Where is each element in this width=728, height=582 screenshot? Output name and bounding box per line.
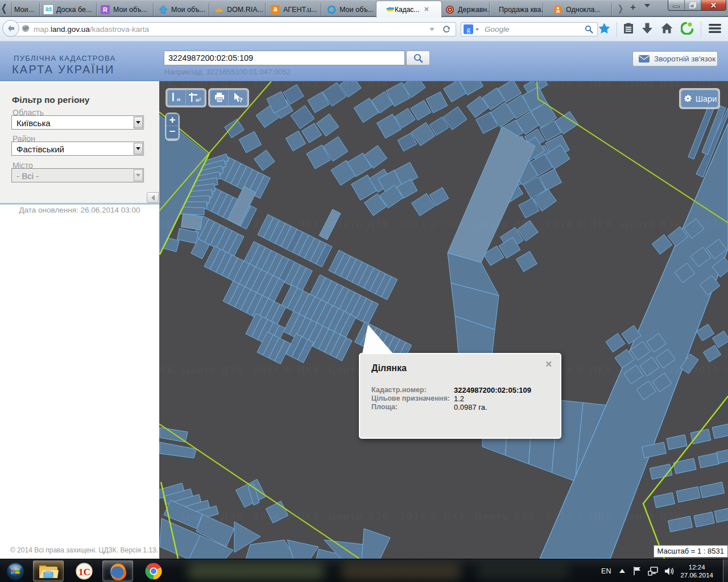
svg-text:2014 © ПКК. Центр ДЗК: 2014 © ПКК. Центр ДЗК [254, 511, 390, 522]
svg-text:2014 © ПКК. Центр ДЗК: 2014 © ПКК. Центр ДЗК [692, 365, 728, 376]
svg-text:2014 © ПКК. Центр ДЗК: 2014 © ПКК. Центр ДЗК [159, 511, 243, 522]
svg-text:2014 © ПКК. Центр ДЗК: 2014 © ПКК. Центр ДЗК [254, 219, 390, 230]
svg-text:?: ? [239, 97, 243, 103]
svg-text:2014 © ПКК. Центр ДЗК: 2014 © ПКК. Центр ДЗК [546, 81, 682, 89]
svg-text:2014 © ПКК. Центр ДЗК: 2014 © ПКК. Центр ДЗК [546, 365, 682, 376]
svg-text:2014 © ПКК. Центр ДЗК: 2014 © ПКК. Центр ДЗК [546, 219, 682, 230]
svg-text:м²: м² [196, 97, 201, 103]
svg-text:1С: 1С [78, 567, 90, 577]
svg-text:м: м [177, 97, 180, 102]
svg-text:2014 © ПКК. Центр ДЗК: 2014 © ПКК. Центр ДЗК [400, 81, 536, 89]
svg-text:2014 © ПКК. Центр ДЗК: 2014 © ПКК. Центр ДЗК [159, 219, 243, 230]
svg-text:2014 © ПКК. Центр ДЗК: 2014 © ПКК. Центр ДЗК [159, 365, 243, 376]
svg-text:2014 © ПКК. Центр ДЗК: 2014 © ПКК. Центр ДЗК [546, 511, 682, 522]
svg-text:2014 © ПКК. Центр ДЗК: 2014 © ПКК. Центр ДЗК [692, 511, 728, 522]
svg-text:2014 © ПКК. Центр ДЗК: 2014 © ПКК. Центр ДЗК [692, 219, 728, 230]
svg-text:2014 © ПКК. Центр ДЗК: 2014 © ПКК. Центр ДЗК [400, 511, 536, 522]
svg-text:2014 © ПКК. Центр ДЗК: 2014 © ПКК. Центр ДЗК [400, 219, 536, 230]
svg-text:2014 © ПКК. Центр ДЗК: 2014 © ПКК. Центр ДЗК [254, 81, 390, 89]
